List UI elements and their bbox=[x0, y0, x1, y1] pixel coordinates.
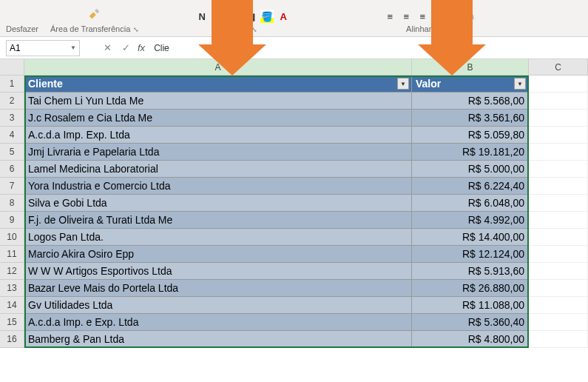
cell-empty[interactable] bbox=[529, 280, 588, 297]
cell-cliente[interactable]: Silva e Gobi Ltda bbox=[24, 195, 412, 212]
cell-valor[interactable]: R$ 6.224,40 bbox=[412, 178, 529, 195]
chevron-down-icon[interactable]: ▼ bbox=[70, 44, 76, 51]
cell-valor[interactable]: R$ 11.088,00 bbox=[412, 297, 529, 314]
filter-button-cliente[interactable]: ▼ bbox=[397, 78, 409, 90]
cell-cliente[interactable]: Jmj Livraria e Papelaria Ltda bbox=[24, 144, 412, 161]
font-label: Fonte bbox=[228, 24, 249, 33]
cell-cliente[interactable]: J.c Rosalem e Cia Ltda Me bbox=[24, 110, 412, 127]
align-left-icon[interactable]: ≡ bbox=[383, 10, 396, 23]
cell-valor[interactable]: R$ 5.059,80 bbox=[412, 127, 529, 144]
column-headers: A B C bbox=[0, 59, 588, 76]
row-header[interactable]: 14 bbox=[0, 297, 24, 314]
row-header[interactable]: 6 bbox=[0, 161, 24, 178]
underline-button[interactable]: S bbox=[228, 10, 241, 23]
cell-cliente[interactable]: A.c.d.a Imp. Exp. Ltda bbox=[24, 127, 412, 144]
cell-cliente[interactable]: F.j. de Oliveira & Turati Ltda Me bbox=[24, 212, 412, 229]
cell-cliente[interactable]: Marcio Akira Osiro Epp bbox=[24, 246, 412, 263]
align-right-icon[interactable]: ≡ bbox=[416, 10, 429, 23]
row-header[interactable]: 10 bbox=[0, 229, 24, 246]
cell-empty[interactable] bbox=[529, 76, 588, 93]
merge-button[interactable]: ▭ bbox=[432, 10, 445, 23]
bold-button[interactable]: N bbox=[195, 10, 209, 23]
accept-formula-icon[interactable]: ✓ bbox=[119, 42, 133, 53]
cell-valor[interactable]: R$ 5.360,40 bbox=[412, 314, 529, 331]
ribbon: Desfazer Área de Transferência⤡ N I S ▦ … bbox=[0, 0, 588, 37]
row-header[interactable]: 1 bbox=[0, 76, 24, 93]
cell-cliente[interactable]: A.c.d.a Imp. e Exp. Ltda bbox=[24, 314, 412, 331]
formula-bar-input[interactable]: Clie bbox=[154, 43, 169, 53]
cell-empty[interactable] bbox=[529, 229, 588, 246]
name-bar: A1 ▼ ✕ ✓ fx Clie bbox=[0, 37, 588, 59]
cell-empty[interactable] bbox=[529, 331, 588, 348]
italic-button[interactable]: I bbox=[212, 10, 225, 23]
column-header-c[interactable]: C bbox=[529, 59, 588, 75]
cell-cliente[interactable]: Bamberg & Pan Ltda bbox=[24, 331, 412, 348]
cell-cliente[interactable]: Tai Chem Li Yun Ltda Me bbox=[24, 93, 412, 110]
undo-label: Desfazer bbox=[6, 24, 38, 33]
cell-valor[interactable]: R$ 12.124,00 bbox=[412, 246, 529, 263]
cell-empty[interactable] bbox=[529, 161, 588, 178]
cell-empty[interactable] bbox=[529, 263, 588, 280]
ribbon-group-clipboard: Área de Transferência⤡ bbox=[50, 7, 139, 33]
cell-valor[interactable]: R$ 4.800,00 bbox=[412, 331, 529, 348]
cell-cliente[interactable]: Gv Utilidades Ltda bbox=[24, 297, 412, 314]
row-header[interactable]: 8 bbox=[0, 195, 24, 212]
merge-label: Mescla bbox=[448, 12, 474, 21]
cell-empty[interactable] bbox=[529, 195, 588, 212]
column-header-a[interactable]: A bbox=[24, 59, 412, 75]
filter-button-valor[interactable]: ▼ bbox=[514, 78, 526, 90]
cell-cliente[interactable]: Logos Pan Ltda. bbox=[24, 229, 412, 246]
alignment-label: Alinhamento bbox=[406, 24, 451, 33]
format-painter-icon[interactable] bbox=[87, 7, 103, 23]
cell-cliente[interactable]: Lamel Medicina Laboratorial bbox=[24, 161, 412, 178]
cell-empty[interactable] bbox=[529, 246, 588, 263]
cell-valor[interactable]: R$ 5.568,00 bbox=[412, 93, 529, 110]
row-header[interactable]: 13 bbox=[0, 280, 24, 297]
cell-cliente[interactable]: Yora Industria e Comercio Ltda bbox=[24, 178, 412, 195]
ribbon-group-alignment: ≡ ≡ ≡ ▭ Mescla Alinhamento bbox=[383, 10, 474, 33]
table-header-cliente[interactable]: Cliente▼ bbox=[24, 76, 412, 93]
cell-valor[interactable]: R$ 3.561,60 bbox=[412, 110, 529, 127]
cell-empty[interactable] bbox=[529, 144, 588, 161]
cell-empty[interactable] bbox=[529, 178, 588, 195]
fill-color-button[interactable]: 🪣 bbox=[260, 10, 274, 23]
cell-valor[interactable]: R$ 26.880,00 bbox=[412, 280, 529, 297]
border-button[interactable]: ▦ bbox=[244, 10, 257, 23]
align-center-icon[interactable]: ≡ bbox=[399, 10, 413, 23]
table-header-valor[interactable]: Valor▼ bbox=[412, 76, 529, 93]
cell-valor[interactable]: R$ 5.000,00 bbox=[412, 161, 529, 178]
row-header[interactable]: 7 bbox=[0, 178, 24, 195]
cell-valor[interactable]: R$ 14.400,00 bbox=[412, 229, 529, 246]
ribbon-group-undo: Desfazer bbox=[6, 23, 38, 33]
row-header[interactable]: 12 bbox=[0, 263, 24, 280]
clipboard-label: Área de Transferência bbox=[50, 24, 130, 33]
cell-empty[interactable] bbox=[529, 110, 588, 127]
cell-empty[interactable] bbox=[529, 212, 588, 229]
column-header-b[interactable]: B bbox=[412, 59, 529, 75]
name-box[interactable]: A1 ▼ bbox=[6, 40, 80, 56]
cancel-formula-icon[interactable]: ✕ bbox=[101, 42, 115, 53]
row-header[interactable]: 5 bbox=[0, 144, 24, 161]
row-header[interactable]: 4 bbox=[0, 127, 24, 144]
row-header[interactable]: 15 bbox=[0, 314, 24, 331]
row-header[interactable]: 2 bbox=[0, 93, 24, 110]
row-header[interactable]: 3 bbox=[0, 110, 24, 127]
select-all-corner[interactable] bbox=[0, 59, 24, 75]
cell-empty[interactable] bbox=[529, 93, 588, 110]
cell-valor[interactable]: R$ 19.181,20 bbox=[412, 144, 529, 161]
font-dialog-launcher-icon[interactable]: ⤡ bbox=[251, 26, 257, 33]
cell-empty[interactable] bbox=[529, 127, 588, 144]
cell-cliente[interactable]: Bazar Leve Mais do Portela Ltda bbox=[24, 280, 412, 297]
clipboard-dialog-launcher-icon[interactable]: ⤡ bbox=[133, 26, 139, 33]
fx-icon[interactable]: fx bbox=[138, 42, 145, 53]
cell-empty[interactable] bbox=[529, 297, 588, 314]
cell-cliente[interactable]: W W W Artigos Esportivos Ltda bbox=[24, 263, 412, 280]
row-header[interactable]: 11 bbox=[0, 246, 24, 263]
cell-valor[interactable]: R$ 4.992,00 bbox=[412, 212, 529, 229]
font-color-button[interactable]: A bbox=[277, 10, 290, 23]
cell-valor[interactable]: R$ 6.048,00 bbox=[412, 195, 529, 212]
cell-valor[interactable]: R$ 5.913,60 bbox=[412, 263, 529, 280]
cell-empty[interactable] bbox=[529, 314, 588, 331]
row-header[interactable]: 16 bbox=[0, 331, 24, 348]
row-header[interactable]: 9 bbox=[0, 212, 24, 229]
